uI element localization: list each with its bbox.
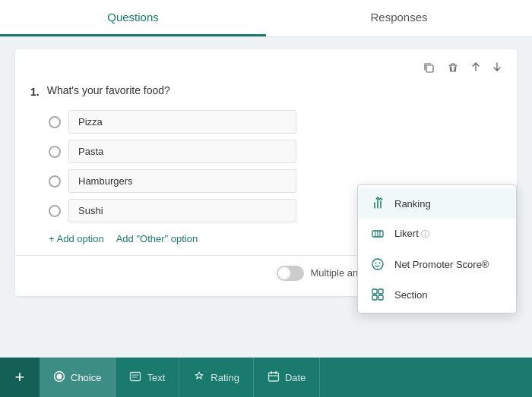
option-item: Pasta [49,140,502,163]
svg-rect-14 [131,372,141,380]
svg-rect-17 [268,373,278,381]
nps-icon [370,257,385,272]
svg-rect-9 [378,289,383,294]
question-types: Choice Text Rating [40,358,320,397]
svg-rect-11 [378,295,383,300]
add-option-button[interactable]: + Add option [49,233,104,244]
date-icon [268,370,280,385]
radio-pasta[interactable] [49,146,61,158]
type-date-label: Date [285,372,306,383]
svg-point-5 [372,259,383,269]
dropdown-section-label: Section [394,289,427,301]
svg-rect-10 [372,295,377,300]
type-text-label: Text [147,372,165,383]
dropdown-likert-label: Likert ⓘ [394,228,429,240]
bottom-toolbar: + Choice Text [0,358,532,397]
copy-icon[interactable] [423,61,435,77]
dropdown-item-ranking[interactable]: Ranking [358,188,516,219]
svg-point-7 [379,263,381,264]
add-other-option-button[interactable]: Add "Other" option [116,233,198,244]
dropdown-ranking-label: Ranking [394,198,431,210]
svg-point-13 [57,373,62,379]
move-down-icon[interactable] [492,61,502,77]
dropdown-popup: Ranking Likert ⓘ [357,184,517,314]
dropdown-item-nps[interactable]: Net Promoter Score® [358,249,516,279]
tab-questions[interactable]: Questions [0,0,266,36]
ranking-icon [370,196,385,211]
dropdown-nps-label: Net Promoter Score® [394,259,489,270]
main-content: 1. What's your favorite food? Pizza Past… [0,37,532,358]
radio-hamburgers[interactable] [49,175,61,187]
svg-rect-8 [372,289,377,294]
radio-pizza[interactable] [49,116,61,128]
option-pasta[interactable]: Pasta [68,140,296,163]
section-icon [370,287,385,302]
option-pizza[interactable]: Pizza [68,110,296,134]
svg-point-6 [375,263,377,264]
add-question-button[interactable]: + [0,358,40,397]
type-text-button[interactable]: Text [116,358,179,397]
tab-responses[interactable]: Responses [266,0,532,36]
radio-sushi[interactable] [49,205,61,217]
type-choice-label: Choice [71,372,101,383]
choice-icon [53,370,65,385]
question-row: 1. What's your favorite food? [30,84,502,98]
question-text: What's your favorite food? [47,84,170,96]
type-rating-label: Rating [211,372,239,383]
svg-rect-0 [426,65,433,72]
dropdown-item-likert[interactable]: Likert ⓘ [358,219,516,249]
delete-icon[interactable] [447,61,459,77]
question-number: 1. [30,84,40,98]
move-up-icon[interactable] [471,61,480,77]
option-sushi[interactable]: Sushi [68,199,296,222]
option-item: Pizza [49,110,502,134]
tab-bar: Questions Responses [0,0,532,37]
type-choice-button[interactable]: Choice [40,358,116,397]
likert-icon [370,226,385,241]
text-icon [129,370,141,385]
toggle-knob [278,267,290,279]
multiple-answers-toggle[interactable] [277,266,304,281]
dropdown-item-section[interactable]: Section [358,279,516,310]
card-toolbar [30,61,502,77]
rating-icon [193,370,205,385]
option-hamburgers[interactable]: Hamburgers [68,169,296,193]
type-rating-button[interactable]: Rating [179,358,254,397]
type-date-button[interactable]: Date [254,358,320,397]
